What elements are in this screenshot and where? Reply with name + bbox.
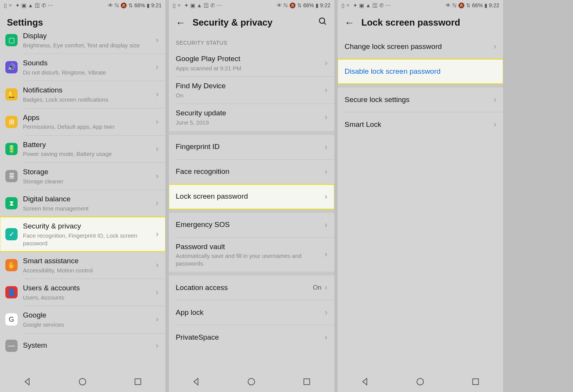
row-text: BatteryPower saving mode, Battery usage (23, 140, 156, 158)
svg-rect-7 (473, 379, 478, 384)
chevron-right-icon: › (325, 249, 327, 259)
shield-icon: ✓ (5, 228, 18, 240)
row-digital-balance[interactable]: ⧗Digital balanceScreen time management› (0, 190, 165, 217)
clock-text: 9:22 (320, 2, 330, 8)
sound-icon: 🔊 (5, 61, 18, 73)
row-text: Find My DeviceOn (176, 81, 325, 99)
row-text: Face recognition (176, 167, 325, 177)
battery-icon: ▮ (316, 2, 319, 8)
row-text: Secure lock settings (345, 95, 494, 105)
search-icon[interactable] (318, 17, 327, 28)
nav-home-button[interactable] (78, 377, 87, 387)
back-arrow-icon[interactable]: ← (176, 17, 186, 29)
settings-list[interactable]: ▢DisplayBrightness, Eye comfort, Text an… (0, 27, 165, 371)
sim-icon: ▯ (342, 2, 345, 8)
nav-home-button[interactable] (415, 377, 425, 387)
row-text: Emergency SOS (176, 220, 325, 230)
row-fingerprint-id[interactable]: Fingerprint ID› (169, 135, 334, 159)
row-smart-assistance[interactable]: ✋Smart assistanceAccessibility, Motion c… (0, 252, 165, 279)
row-password-vault[interactable]: Password vaultAutomatically save and fil… (169, 238, 334, 272)
mute-icon: 🔕 (289, 2, 296, 8)
nav-recent-button[interactable] (133, 377, 143, 387)
row-title: Smart Lock (345, 120, 494, 130)
row-text: StorageStorage cleaner (23, 167, 156, 185)
row-title: Google (23, 311, 156, 320)
row-google-play-protect[interactable]: Google Play ProtectApps scanned at 9:21 … (169, 50, 334, 76)
row-subtitle: Power saving mode, Battery usage (23, 150, 156, 158)
row-text: App lock (176, 308, 325, 317)
row-title: System (23, 341, 156, 350)
row-sounds[interactable]: 🔊SoundsDo not disturb, Ringtone, Vibrate… (0, 54, 165, 81)
row-title: Change lock screen password (345, 42, 494, 52)
nav-home-button[interactable] (246, 377, 256, 387)
row-title: Sounds (23, 58, 156, 68)
nav-back-button[interactable] (23, 377, 32, 387)
chevron-right-icon: › (156, 314, 159, 324)
display-icon: ▢ (5, 34, 18, 46)
row-security-privacy[interactable]: ✓Security & privacyFace recognition, Fin… (0, 217, 165, 251)
chevron-right-icon: › (494, 95, 496, 105)
row-users-accounts[interactable]: 👤Users & accountsUsers, Accounts› (0, 279, 165, 306)
back-arrow-icon[interactable]: ← (345, 17, 354, 29)
row-lock-screen-password[interactable]: Lock screen password› (169, 185, 334, 209)
row-title: Face recognition (176, 167, 325, 177)
row-smart-lock[interactable]: Smart Lock› (338, 112, 503, 137)
row-privatespace[interactable]: PrivateSpace› (169, 325, 334, 350)
row-storage[interactable]: ≣StorageStorage cleaner› (0, 163, 165, 190)
row-security-update[interactable]: Security updateJune 5, 2019› (169, 104, 334, 131)
status-bar: ▯ ᯤ ✦ ▣ ▲ ⚿ ✆ ⋯ 👁 ℕ 🔕 ⇅ 66% ▮ 9:22 (338, 0, 503, 11)
row-text: System (23, 341, 156, 350)
chevron-right-icon: › (156, 117, 159, 127)
more-dots-icon: ⋯ (217, 2, 222, 8)
row-text: GoogleGoogle services (23, 311, 156, 328)
row-title: Location access (176, 283, 313, 293)
row-location-access[interactable]: Location accessOn› (169, 275, 334, 300)
row-find-my-device[interactable]: Find My DeviceOn› (169, 77, 334, 104)
row-subtitle: Brightness, Eye comfort, Text and displa… (23, 42, 156, 49)
row-text: Password vaultAutomatically save and fil… (176, 242, 325, 267)
row-battery[interactable]: 🔋BatteryPower saving mode, Battery usage… (0, 136, 165, 162)
row-title: PrivateSpace (176, 333, 325, 342)
apps-icon: ⊞ (5, 116, 18, 128)
row-emergency-sos[interactable]: Emergency SOS› (169, 213, 334, 237)
key-icon: ⚿ (372, 2, 378, 8)
chevron-right-icon: › (156, 144, 159, 154)
row-app-lock[interactable]: App lock› (169, 300, 334, 325)
row-title: Digital balance (23, 194, 156, 204)
data-icon: ⇅ (466, 2, 471, 8)
nav-bar (169, 371, 334, 392)
row-title: Storage (23, 167, 156, 177)
row-title: Disable lock screen password (345, 67, 496, 76)
row-change-lock-screen-password[interactable]: Change lock screen password› (338, 34, 503, 59)
chevron-right-icon: › (156, 229, 159, 239)
row-display[interactable]: ▢DisplayBrightness, Eye comfort, Text an… (0, 27, 165, 53)
row-text: Security & privacyFace recognition, Fing… (23, 222, 156, 247)
row-text: Security updateJune 5, 2019 (176, 109, 325, 126)
row-google[interactable]: GGoogleGoogle services› (0, 306, 165, 333)
row-system[interactable]: —System› (0, 334, 165, 358)
row-subtitle: Automatically save and fill in your user… (176, 252, 325, 267)
nav-back-button[interactable] (191, 377, 201, 387)
nav-recent-button[interactable] (471, 377, 481, 387)
page-title: Lock screen password (361, 17, 460, 28)
row-face-recognition[interactable]: Face recognition› (169, 160, 334, 184)
chevron-right-icon: › (325, 192, 327, 202)
row-title: Secure lock settings (345, 95, 494, 105)
row-subtitle: Users, Accounts (23, 294, 156, 301)
chevron-right-icon: › (325, 112, 327, 122)
row-title: Lock screen password (176, 192, 325, 201)
chevron-right-icon: › (494, 120, 496, 130)
chevron-right-icon: › (325, 167, 327, 177)
row-notifications[interactable]: 🔔NotificationsBadges, Lock screen notifi… (0, 81, 165, 108)
row-secure-lock-settings[interactable]: Secure lock settings› (338, 87, 503, 112)
data-icon: ⇅ (128, 2, 133, 8)
row-disable-lock-screen-password[interactable]: Disable lock screen password (338, 59, 503, 84)
nav-recent-button[interactable] (302, 377, 312, 387)
status-bar: ▯ ᯤ ✦ ▣ ▲ ⚿ ✆ ⋯ 👁 ℕ 🔕 ⇅ 66% ▮ 9:22 (169, 0, 334, 11)
nav-back-button[interactable] (360, 377, 370, 387)
whatsapp-icon: ✆ (42, 2, 46, 8)
row-subtitle: On (176, 92, 325, 99)
row-apps[interactable]: ⊞AppsPermissions, Default apps, App twin… (0, 109, 165, 135)
gallery-icon: ▣ (190, 2, 195, 8)
svg-line-3 (324, 23, 326, 24)
